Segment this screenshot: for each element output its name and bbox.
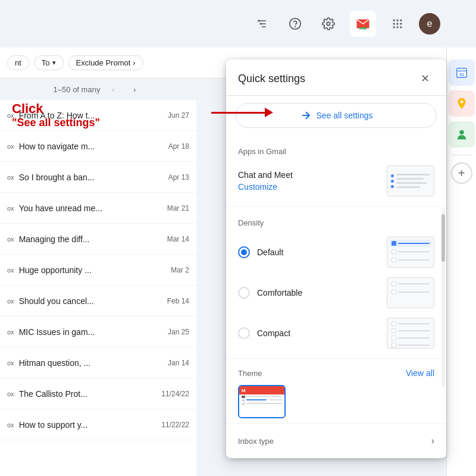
email-label: ox <box>7 112 14 119</box>
density-comfortable-radio[interactable] <box>238 287 250 299</box>
email-date: 11/22/22 <box>159 421 189 429</box>
email-date: Jun 27 <box>159 111 189 120</box>
pagination-next-button[interactable]: › <box>126 81 143 98</box>
contacts-sidebar-icon[interactable] <box>449 121 475 148</box>
theme-section-title: Theme <box>238 369 262 378</box>
density-compact-item[interactable]: Compact <box>226 313 446 353</box>
chat-meet-item: Chat and Meet Customize <box>226 161 446 201</box>
see-all-settings-button[interactable]: See all settings <box>236 103 437 128</box>
density-compact-radio[interactable] <box>238 327 250 339</box>
quick-settings-close-button[interactable]: ✕ <box>415 69 434 88</box>
email-label: ox <box>7 421 14 428</box>
svg-point-11 <box>393 20 395 21</box>
density-compact-label: Compact <box>257 328 380 338</box>
email-label: ox <box>7 236 14 243</box>
email-list-item[interactable]: ox How to support y... 11/22/22 <box>0 409 196 440</box>
density-comfortable-label: Comfortable <box>257 288 380 298</box>
email-label: ox <box>7 267 14 274</box>
email-label: ox <box>7 359 14 367</box>
gmail-extension-icon[interactable]: FREE <box>350 11 376 37</box>
settings-gear-icon[interactable] <box>317 12 340 36</box>
email-sender: Hitman question, ... <box>19 358 155 368</box>
customize-link[interactable]: Customize <box>238 182 380 192</box>
filter-sliders-icon[interactable] <box>250 12 274 36</box>
email-list-item[interactable]: ox Hitman question, ... Jan 14 <box>0 347 196 378</box>
calendar-sidebar-icon[interactable]: 31 <box>449 60 475 86</box>
help-icon[interactable] <box>283 12 307 36</box>
email-date: Mar 21 <box>159 204 189 212</box>
density-compact-preview <box>387 318 434 349</box>
quick-settings-header: Quick settings ✕ <box>226 60 446 96</box>
email-date: Mar 2 <box>159 266 189 274</box>
email-label: ox <box>7 143 14 150</box>
quick-settings-title: Quick settings <box>238 73 305 85</box>
scrollbar-thumb[interactable] <box>441 214 445 262</box>
inbox-type-label: Inbox type <box>238 437 274 446</box>
email-sender: Should you cancel... <box>19 296 155 306</box>
email-date: Apr 18 <box>159 142 189 151</box>
density-default-item[interactable]: Default <box>226 232 446 273</box>
theme-top-bar: M <box>239 386 284 394</box>
filter-chip-nt[interactable]: nt <box>7 55 29 70</box>
email-list-item[interactable]: ox The Callisto Prot... 11/24/22 <box>0 378 196 409</box>
svg-point-3 <box>258 20 259 21</box>
email-sender: So I brought a ban... <box>19 173 155 182</box>
email-date: Jan 14 <box>159 359 189 367</box>
apps-section-title: Apps in Gmail <box>226 140 446 161</box>
density-comfortable-item[interactable]: Comfortable <box>226 273 446 313</box>
email-list-item[interactable]: ox You have unread me... Mar 21 <box>0 193 196 224</box>
email-sender: MIC Issues in gam... <box>19 327 155 337</box>
svg-text:31: 31 <box>459 72 464 77</box>
filter-chip-to[interactable]: To ▾ <box>34 55 64 70</box>
email-sender: Huge opportunity ... <box>19 265 155 275</box>
svg-point-13 <box>400 20 402 21</box>
email-sender: How to navigate m... <box>19 142 155 151</box>
theme-preview-thumbnail[interactable]: M <box>238 385 286 418</box>
email-sender: Managing the diff... <box>19 234 155 244</box>
email-date: Feb 14 <box>159 297 189 305</box>
svg-point-7 <box>327 22 330 26</box>
email-list-item[interactable]: ox Huge opportunity ... Mar 2 <box>0 255 196 286</box>
add-sidebar-app-button[interactable]: + <box>451 162 472 184</box>
view-all-themes-button[interactable]: View all <box>406 368 434 378</box>
email-label: ox <box>7 205 14 212</box>
tasks-sidebar-icon[interactable] <box>449 90 475 117</box>
right-sidebar: 31 + <box>446 48 476 476</box>
email-label: ox <box>7 174 14 181</box>
email-date: Mar 14 <box>159 235 189 243</box>
email-list-item[interactable]: ox Managing the diff... Mar 14 <box>0 224 196 255</box>
filter-chip-exclude-promo[interactable]: Exclude Promot › <box>68 55 143 70</box>
chat-meet-label: Chat and Meet <box>238 170 380 180</box>
email-label: ox <box>7 328 14 336</box>
density-comfortable-preview <box>387 277 434 308</box>
svg-point-14 <box>393 23 395 24</box>
email-date: Jan 25 <box>159 328 189 336</box>
inbox-type-row[interactable]: Inbox type › <box>226 428 446 453</box>
user-avatar[interactable]: e <box>419 13 440 35</box>
svg-point-4 <box>260 23 262 24</box>
svg-text:FREE: FREE <box>360 29 367 31</box>
density-section-title: Density <box>226 211 446 232</box>
email-list: ox From A to Z: How t... Jun 27 ox How t… <box>0 100 196 476</box>
email-list-item[interactable]: ox So I brought a ban... Apr 13 <box>0 162 196 193</box>
quick-settings-scrollbar[interactable] <box>441 208 445 387</box>
google-apps-icon[interactable] <box>386 12 409 36</box>
pagination-prev-button[interactable]: ‹ <box>105 81 121 98</box>
density-default-label: Default <box>257 248 380 257</box>
svg-point-16 <box>400 23 402 24</box>
email-label: ox <box>7 390 14 397</box>
email-list-item[interactable]: ox Should you cancel... Feb 14 <box>0 286 196 317</box>
email-label: ox <box>7 298 14 305</box>
email-list-item[interactable]: ox How to navigate m... Apr 18 <box>0 131 196 162</box>
chat-preview-icon <box>387 165 434 196</box>
density-default-radio[interactable] <box>238 246 250 258</box>
email-list-item[interactable]: ox From A to Z: How t... Jun 27 <box>0 100 196 131</box>
svg-point-17 <box>393 26 395 28</box>
svg-point-18 <box>396 26 398 28</box>
arrow-right-icon <box>300 109 312 121</box>
email-sender: The Callisto Prot... <box>19 389 155 399</box>
sidebar-divider <box>452 155 471 155</box>
email-list-item[interactable]: ox MIC Issues in gam... Jan 25 <box>0 317 196 347</box>
theme-section-header: Theme View all <box>226 364 446 380</box>
density-default-preview <box>387 237 434 268</box>
